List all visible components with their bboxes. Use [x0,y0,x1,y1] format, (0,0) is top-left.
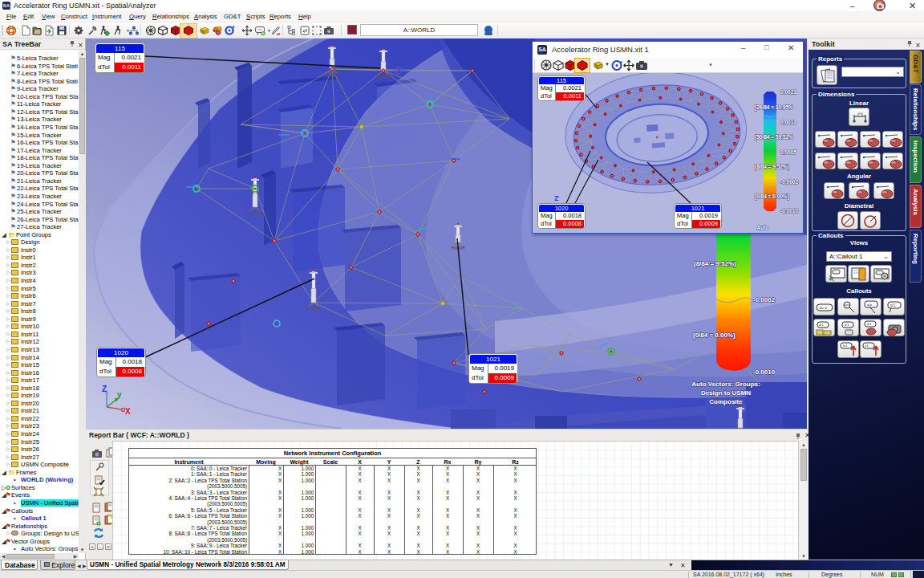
svg-text:d:1: d:1 [890,303,896,307]
svg-text:y: y [117,390,122,399]
svg-text:X: X [125,407,131,416]
svg-text:d:1: d:1 [845,323,849,327]
svg-text:-0.0002: -0.0002 [753,296,776,303]
svg-text:d:1: d:1 [867,322,872,326]
svg-text:d:1: d:1 [819,323,824,327]
svg-text:d:1: d:1 [843,344,848,348]
svg-text:Auto: Auto [757,225,769,230]
svg-text:±1: ±1 [865,344,869,348]
svg-text:0.0005: 0.0005 [780,149,796,155]
svg-text:Design to USMN: Design to USMN [701,389,751,397]
svg-text:-0.0010: -0.0010 [753,368,776,376]
svg-text:Z: Z [102,385,107,393]
svg-text:[0/84 = 0.00%]: [0/84 = 0.00%] [693,332,736,339]
svg-text:-0.0002: -0.0002 [780,179,798,185]
svg-text:Composite: Composite [709,398,743,405]
svg-text:0.0013: 0.0013 [780,120,796,125]
svg-text:[50/84 = 59.52%: [50/84 = 59.52% [755,134,793,140]
svg-text:-0.0010: -0.0010 [780,208,798,214]
svg-text:0.0021: 0.0021 [780,89,796,95]
svg-text:abc d: abc d [819,306,827,310]
svg-text:xyz: xyz [867,303,872,307]
svg-text:[8/84 = 9.52%]: [8/84 = 9.52%] [755,164,789,170]
svg-text:[0/84 = 0.00%]: [0/84 = 0.00%] [755,193,789,200]
svg-text:[26/84 = 30.95%: [26/84 = 30.95% [755,104,793,111]
svg-text:Auto Vectors: Groups:: Auto Vectors: Groups: [691,381,760,388]
svg-text:[8/84 = 9.52%]: [8/84 = 9.52%] [694,260,736,267]
